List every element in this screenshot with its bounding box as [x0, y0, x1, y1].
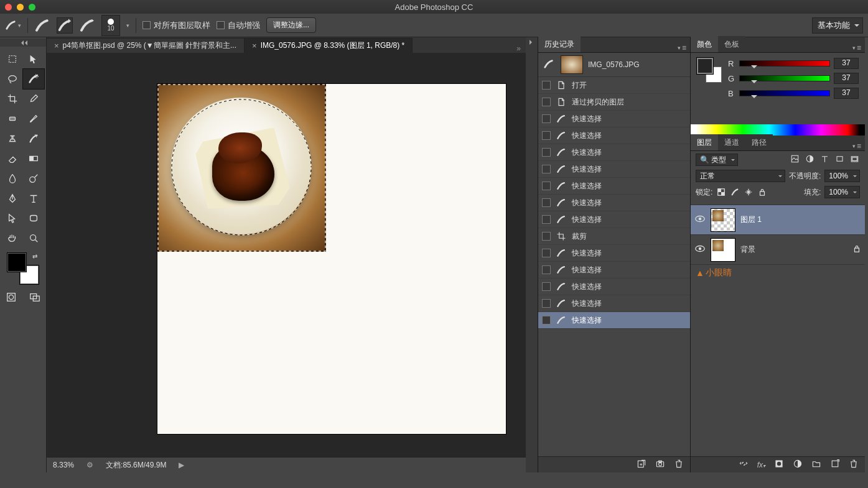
blur-tool[interactable]	[2, 168, 23, 188]
tab-overflow-icon[interactable]: »	[511, 44, 526, 53]
new-snapshot-icon[interactable]	[655, 459, 665, 471]
type-tool[interactable]	[23, 188, 44, 208]
history-state[interactable]: 快速选择	[538, 195, 690, 211]
zoom-level[interactable]: 8.33%	[53, 461, 74, 469]
new-doc-from-state-icon[interactable]	[637, 459, 646, 471]
layer-thumbnail[interactable]	[711, 238, 735, 262]
r-slider[interactable]	[739, 60, 830, 67]
history-brush-tool[interactable]	[23, 129, 44, 149]
opacity-input[interactable]: 100%	[824, 170, 860, 182]
visibility-icon[interactable]	[694, 243, 706, 256]
workspace-switcher[interactable]: 基本功能	[812, 17, 863, 34]
filter-adjustment-icon[interactable]	[805, 154, 815, 165]
layer-name[interactable]: 背景	[740, 244, 755, 255]
lock-image-icon[interactable]	[730, 188, 740, 196]
filter-pixel-icon[interactable]	[790, 154, 800, 165]
g-slider[interactable]	[739, 75, 830, 81]
visibility-icon[interactable]	[694, 213, 706, 226]
canvas-area[interactable]	[47, 53, 526, 457]
blend-mode-dropdown[interactable]: 正常	[696, 170, 785, 182]
history-state[interactable]: 快速选择	[538, 178, 690, 195]
fg-color-swatch[interactable]	[697, 58, 713, 74]
doc-info[interactable]: 文档:85.6M/49.9M	[106, 460, 166, 471]
link-layers-icon[interactable]	[739, 459, 749, 471]
artboard-tool[interactable]	[23, 49, 44, 69]
screen-mode-icon[interactable]	[27, 289, 43, 305]
layer-thumbnail[interactable]	[711, 208, 735, 232]
filter-type-icon[interactable]	[820, 154, 830, 165]
eraser-tool[interactable]	[2, 149, 23, 168]
lasso-tool[interactable]	[2, 69, 23, 89]
lock-all-icon[interactable]	[757, 188, 767, 196]
history-source-checkbox[interactable]	[542, 232, 551, 241]
quick-selection-tool[interactable]	[23, 69, 44, 89]
lock-transparent-icon[interactable]	[716, 188, 726, 196]
history-source-checkbox[interactable]	[542, 81, 551, 90]
layers-tab[interactable]: 图层	[691, 134, 718, 150]
subtract-from-selection-icon[interactable]	[79, 17, 95, 34]
layer-row[interactable]: 背景	[691, 235, 865, 265]
gradient-tool[interactable]	[23, 149, 44, 168]
history-source-checkbox[interactable]	[542, 215, 551, 224]
panel-menu-icon[interactable]	[674, 44, 690, 52]
swap-colors-icon[interactable]: ⇄	[32, 253, 37, 260]
history-state[interactable]: 快速选择	[538, 295, 690, 312]
layer-mask-icon[interactable]	[774, 459, 784, 471]
history-snapshot[interactable]: IMG_0576.JPG	[538, 53, 690, 77]
doc-info-icon[interactable]: ⚙	[86, 461, 93, 469]
history-state[interactable]: 快速选择	[538, 211, 690, 228]
history-source-checkbox[interactable]	[542, 148, 551, 157]
layer-filter-type[interactable]: 🔍类型	[696, 154, 738, 166]
history-state[interactable]: 裁剪	[538, 228, 690, 245]
color-swatches[interactable]: ⇄	[7, 253, 39, 284]
close-window-button[interactable]	[5, 4, 12, 11]
history-source-checkbox[interactable]	[542, 98, 551, 106]
history-state[interactable]: 快速选择	[538, 127, 690, 144]
add-to-selection-icon[interactable]	[57, 17, 73, 34]
history-source-checkbox[interactable]	[542, 131, 551, 140]
b-value[interactable]: 37	[834, 88, 859, 99]
history-source-checkbox[interactable]	[542, 299, 551, 308]
layer-style-icon[interactable]: fx▾	[757, 461, 765, 469]
history-source-checkbox[interactable]	[542, 282, 551, 291]
new-layer-icon[interactable]	[830, 459, 840, 471]
filter-smart-icon[interactable]	[850, 154, 860, 165]
adjustment-layer-icon[interactable]	[793, 459, 803, 471]
history-source-checkbox[interactable]	[542, 265, 551, 274]
channels-tab[interactable]: 通道	[718, 134, 745, 150]
history-source-checkbox[interactable]	[542, 249, 551, 257]
fill-input[interactable]: 100%	[824, 186, 860, 198]
brush-tool[interactable]	[23, 109, 44, 129]
auto-enhance-checkbox[interactable]: 自动增强	[217, 20, 260, 31]
history-source-checkbox[interactable]	[542, 182, 551, 190]
crop-tool[interactable]	[2, 89, 23, 109]
b-slider[interactable]	[739, 90, 830, 96]
move-tool[interactable]	[2, 49, 23, 69]
minimize-window-button[interactable]	[17, 4, 24, 11]
g-value[interactable]: 37	[834, 73, 859, 84]
filter-shape-icon[interactable]	[835, 154, 845, 165]
zoom-tool[interactable]	[23, 228, 44, 248]
document-canvas[interactable]	[157, 84, 506, 434]
document-tab[interactable]: ×p4简单抠图.psd @ 25% (▼簡單摳圖 針對背景和主...	[47, 38, 245, 53]
swatches-tab[interactable]: 色板	[718, 36, 745, 52]
pen-tool[interactable]	[2, 188, 23, 208]
r-value[interactable]: 37	[834, 58, 859, 69]
layer-name[interactable]: 图层 1	[740, 214, 762, 225]
history-state[interactable]: 快速选择	[538, 279, 690, 295]
history-state[interactable]: 快速选择	[538, 312, 690, 329]
sample-all-layers-checkbox[interactable]: 对所有图层取样	[142, 20, 210, 31]
history-state[interactable]: 快速选择	[538, 161, 690, 178]
path-selection-tool[interactable]	[2, 208, 23, 228]
history-state[interactable]: 快速选择	[538, 144, 690, 161]
foreground-color-swatch[interactable]	[7, 253, 26, 272]
history-state[interactable]: 通过拷贝的图层	[538, 94, 690, 111]
history-state[interactable]: 快速选择	[538, 111, 690, 127]
panel-collapse-icon[interactable]	[526, 37, 538, 472]
close-tab-icon[interactable]: ×	[54, 41, 59, 50]
paths-tab[interactable]: 路径	[745, 134, 773, 150]
delete-state-icon[interactable]	[674, 459, 684, 471]
history-source-checkbox[interactable]	[542, 114, 551, 123]
quick-mask-icon[interactable]	[3, 289, 19, 305]
eyedropper-tool[interactable]	[23, 89, 44, 109]
